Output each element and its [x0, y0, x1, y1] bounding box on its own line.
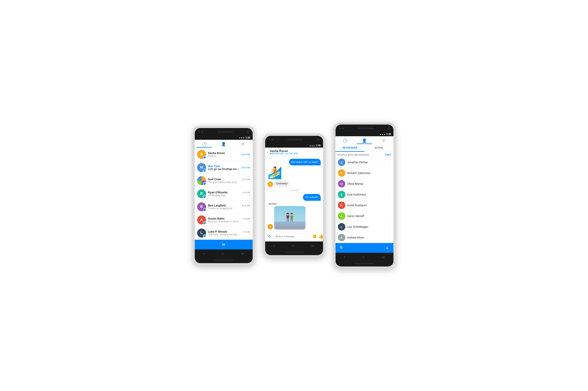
more-eyal[interactable]: ⋮	[388, 193, 391, 196]
svg-text:👫: 👫	[285, 212, 295, 222]
badge-luke: ✉	[203, 234, 206, 238]
conv-item-ben[interactable]: B f Ben Langholz Thanks for stopping by!…	[195, 200, 253, 213]
photo-placeholder: 👫	[274, 206, 305, 229]
conv-meta-sasha: 10:24 AM	[241, 153, 250, 156]
phone-camera-1	[247, 131, 249, 133]
gear-icon-3: ⚙	[382, 138, 386, 143]
tab-settings[interactable]: ⚙	[233, 141, 253, 147]
conv-meta-luke: 7:15 AM ✓	[242, 231, 250, 235]
more-luiz[interactable]: ⋮	[388, 225, 391, 229]
conv-meta-surfcrew: 9:37 AM ✓	[242, 178, 250, 183]
phone-3: ▲▲▲ 1:38 🕐 👤 ⚙ MESS	[333, 122, 396, 269]
msg-in-sofun-wrap: So fun! S	[268, 202, 305, 229]
more-olivia[interactable]: ⋮	[388, 182, 391, 186]
message-input[interactable]	[273, 234, 311, 239]
phone-nav-2: ‹ ⌂ ▭	[265, 241, 323, 250]
people-item-eyal[interactable]: E Eyal Guthmann ⋮	[336, 189, 393, 200]
name-richard: Richard Zadorozny	[347, 172, 388, 175]
avatar-richard: R	[338, 169, 345, 177]
conv-name-ryan: Ryan O'Rourke	[208, 191, 241, 194]
avatar-wrap-sasha: S ✉	[197, 150, 206, 159]
conv-item-austin[interactable]: A ✉ Austin Bales Meet you downstairs in …	[195, 213, 253, 227]
home-btn-2[interactable]: ⌂	[292, 244, 294, 247]
conv-meta-mac: 10:02 AM	[241, 166, 250, 169]
phone-top-bar-1	[195, 128, 253, 135]
phone-bottom-3	[336, 261, 393, 267]
conv-name-surfcrew: Surf Crew	[208, 178, 241, 181]
name-andrew: Andrew Munn	[347, 236, 388, 239]
tab-people[interactable]: 👤	[214, 141, 233, 147]
avatar-wrap-surfcrew: ✉	[197, 176, 206, 185]
conv-item-sasha[interactable]: S ✉ Sasha Rosse Perfect! 10:24 AM	[195, 148, 253, 161]
status-time-1: 1:38	[245, 136, 250, 139]
like-icon[interactable]: 👍	[318, 234, 323, 239]
msg-out-outside: I'm outside!	[303, 194, 320, 200]
tab-active[interactable]: ACTIVE	[365, 144, 393, 152]
people-section-header: PEOPLE WITH MESSENGER EDIT	[336, 152, 393, 157]
conv-meta-austin: 7:43 AM ✓	[242, 218, 250, 222]
square-btn-1[interactable]: ▭	[241, 252, 244, 255]
badge-ryan: ✉	[203, 195, 206, 198]
search-icon-bottom[interactable]: 🔍	[339, 246, 344, 250]
tab-people-3[interactable]: 👤	[355, 137, 374, 144]
bottom-speaker-3	[355, 263, 374, 264]
people-item-olivia[interactable]: O Olivia Bishop ⋮	[336, 179, 393, 189]
conv-status-luke: ✓	[242, 233, 250, 235]
more-aaron[interactable]: ⋮	[388, 214, 391, 218]
tab-bar-1: 🕐 👤 ⚙	[195, 140, 253, 148]
chat-back-btn[interactable]: ‹	[267, 150, 268, 154]
conv-item-surfcrew[interactable]: ✉ Surf Crew You guys wanna meet up tom..…	[195, 174, 253, 187]
phone-nav-1: ‹ ⌂ ▭	[195, 249, 253, 258]
tab-messenger[interactable]: MESSENGER	[336, 144, 365, 152]
status-bar-1: ▲▲▲ 1:38	[195, 135, 253, 140]
avatar-wrap-mac: M ✉	[197, 163, 206, 172]
back-btn-2[interactable]: ‹	[274, 244, 275, 247]
gear-icon: ⚙	[241, 142, 245, 146]
conv-meta-ryan: 9:24 AM ↩	[242, 192, 250, 196]
conv-item-luke[interactable]: L ✉ Luke P. Woods I think you should com…	[195, 227, 253, 240]
more-jonathan[interactable]: ⋮	[388, 161, 391, 164]
tab-settings-3[interactable]: ⚙	[374, 137, 393, 144]
conv-item-mac[interactable]: M ✉ Mac Tyler Let's go see Giraffage ton…	[195, 161, 253, 174]
screen-1: 🕐 👤 ⚙ S ✉	[195, 140, 253, 249]
more-richard[interactable]: ⋮	[388, 171, 391, 175]
attach-icon[interactable]: 📎	[267, 234, 271, 238]
back-btn-3[interactable]: ‹	[344, 255, 345, 259]
conv-content-sasha: Sasha Rosse Perfect!	[208, 152, 240, 157]
people-item-kurtis[interactable]: K Kurtis Nusbaum ⋮	[336, 200, 393, 211]
home-btn-3[interactable]: ⌂	[363, 255, 365, 259]
people-item-aaron[interactable]: A Aaron Sarnoff ⋮	[336, 211, 393, 221]
more-andrew[interactable]: ⋮	[388, 236, 391, 239]
emoji-icon[interactable]: 🙂	[312, 234, 317, 238]
conv-preview-ryan: I'm bringing food	[208, 194, 241, 197]
badge-surfcrew: ✉	[203, 182, 206, 185]
tab-bar-3: 🕐 👤 ⚙	[336, 136, 393, 144]
add-icon-bottom[interactable]: ＋	[385, 245, 390, 251]
square-btn-2[interactable]: ▭	[311, 244, 314, 248]
dot-5	[339, 127, 341, 129]
group-part-3	[197, 181, 201, 185]
chat-more-btn[interactable]: ⋮	[317, 150, 321, 154]
messages-icon[interactable]: ✉	[222, 242, 225, 247]
dot-2	[201, 131, 203, 133]
tab-recents[interactable]: 🕐	[195, 141, 214, 147]
clock-icon: 🕐	[202, 142, 207, 146]
conv-preview-surfcrew: You guys wanna meet up tom...	[208, 181, 241, 184]
edit-button[interactable]: EDIT	[385, 153, 391, 156]
home-btn-1[interactable]: ⌂	[222, 252, 224, 255]
people-item-luiz[interactable]: L Luiz Scheidegger ⋮	[336, 221, 393, 232]
conv-item-ryan[interactable]: R ✉ Ryan O'Rourke I'm bringing food 9:24…	[195, 187, 253, 200]
people-item-richard[interactable]: R Richard Zadorozny ⋮	[336, 168, 393, 179]
small-avatar-sasha-2: S	[268, 224, 273, 229]
conv-status-austin: ✓	[242, 220, 250, 222]
people-item-jonathan[interactable]: J Jonathan Perlow ⋮	[336, 157, 393, 168]
phone-1: ▲▲▲ 1:38 🕐 👤 ⚙	[193, 126, 255, 266]
dot-1	[198, 131, 200, 133]
more-kurtis[interactable]: ⋮	[388, 203, 391, 207]
group-part-2	[201, 176, 206, 181]
square-btn-3[interactable]: ▭	[382, 255, 385, 259]
status-text: MESSENGER • ACTIVE NOW	[272, 153, 298, 155]
back-btn-1[interactable]: ‹	[203, 252, 204, 255]
tab-recents-3[interactable]: 🕐	[336, 137, 355, 144]
people-item-andrew[interactable]: A Andrew Munn ⋮	[336, 232, 393, 243]
